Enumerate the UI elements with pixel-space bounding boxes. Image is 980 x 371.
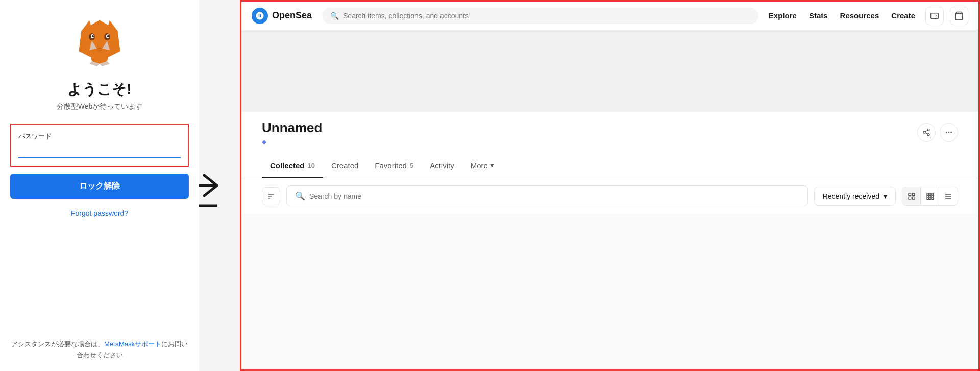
tab-created[interactable]: Created (323, 154, 366, 178)
tab-activity-label: Activity (430, 161, 454, 170)
svg-point-26 (948, 132, 950, 133)
svg-rect-40 (932, 195, 933, 197)
navbar-links: Explore Stats Resources Create (769, 11, 915, 20)
password-label: パスワード (18, 132, 181, 141)
svg-rect-35 (927, 193, 928, 195)
metamask-support-link[interactable]: MetaMaskサポート (104, 340, 161, 348)
svg-point-11 (92, 35, 94, 37)
cart-icon-button[interactable] (950, 7, 968, 25)
svg-line-23 (925, 133, 928, 134)
svg-rect-36 (929, 193, 930, 195)
opensea-logo-icon (252, 8, 268, 24)
sort-label: Recently received (823, 192, 879, 200)
nav-resources[interactable]: Resources (840, 11, 879, 20)
profile-name: Unnamed (262, 120, 322, 136)
filter-button[interactable] (262, 187, 280, 205)
nav-explore[interactable]: Explore (769, 11, 797, 20)
opensea-panel: OpenSea 🔍 Explore Stats Resources Create (240, 0, 980, 371)
metamask-panel: ようこそ! 分散型Webが待っています パスワード ロック解除 Forgot p… (0, 0, 199, 371)
svg-point-12 (107, 35, 109, 37)
profile-section: Unnamed ◆ (241, 112, 978, 153)
svg-rect-39 (929, 195, 930, 197)
more-options-button[interactable] (940, 123, 958, 142)
search-by-name-input[interactable] (309, 192, 799, 200)
opensea-logo-text: OpenSea (272, 10, 312, 21)
tab-activity[interactable]: Activity (422, 154, 462, 178)
navbar-icon-buttons (925, 7, 968, 25)
tab-favorited-label: Favorited (375, 161, 407, 170)
svg-rect-32 (912, 193, 915, 196)
profile-banner (241, 30, 978, 112)
grid-small-view-button[interactable] (939, 187, 958, 205)
svg-point-27 (950, 132, 952, 133)
navbar-search-bar[interactable]: 🔍 (322, 8, 758, 24)
password-input[interactable] (18, 144, 181, 158)
content-area (241, 214, 978, 369)
svg-point-25 (946, 132, 947, 133)
svg-rect-37 (932, 193, 933, 195)
svg-line-24 (925, 130, 928, 132)
search-name-icon: 🔍 (295, 191, 305, 201)
sort-chevron-icon: ▾ (884, 192, 887, 200)
svg-rect-38 (927, 195, 928, 197)
tab-favorited[interactable]: Favorited 5 (366, 154, 422, 178)
profile-info: Unnamed ◆ (262, 120, 322, 145)
forgot-password-link[interactable]: Forgot password? (71, 209, 128, 217)
svg-rect-42 (929, 198, 930, 199)
nav-stats[interactable]: Stats (809, 11, 828, 20)
svg-rect-31 (909, 193, 911, 196)
tab-collected-label: Collected (270, 161, 305, 170)
svg-point-20 (927, 129, 929, 131)
tab-collected[interactable]: Collected 10 (262, 154, 323, 178)
filter-bar: 🔍 Recently received ▾ (241, 178, 978, 214)
tab-collected-count: 10 (308, 161, 315, 169)
tab-created-label: Created (331, 161, 358, 170)
search-icon: 🔍 (330, 12, 339, 20)
subtitle-text: 分散型Webが待っています (57, 102, 143, 111)
opensea-logo[interactable]: OpenSea (252, 8, 312, 24)
help-text-before: アシスタンスが必要な場合は、 (11, 340, 104, 348)
unlock-button[interactable]: ロック解除 (10, 174, 189, 199)
grid-medium-view-button[interactable] (921, 187, 939, 205)
grid-large-view-button[interactable] (902, 187, 921, 205)
tab-more[interactable]: More ▾ (462, 153, 502, 178)
search-by-name-input-container[interactable]: 🔍 (286, 186, 808, 206)
profile-address: ◆ (262, 138, 322, 145)
svg-point-22 (927, 134, 929, 136)
chevron-down-icon: ▾ (490, 160, 494, 170)
navbar-search-input[interactable] (343, 12, 750, 20)
help-text: アシスタンスが必要な場合は、MetaMaskサポートにお問い合わせください (10, 339, 189, 361)
share-button[interactable] (917, 123, 936, 142)
svg-rect-33 (909, 197, 911, 199)
password-section: パスワード (10, 124, 189, 167)
metamask-fox-logo (69, 15, 130, 72)
tab-favorited-count: 5 (410, 161, 413, 169)
svg-rect-43 (932, 198, 933, 199)
nav-create[interactable]: Create (891, 11, 915, 20)
svg-point-21 (923, 131, 925, 133)
wallet-icon-button[interactable] (925, 7, 944, 25)
arrow-container (199, 0, 240, 371)
svg-rect-34 (912, 197, 915, 199)
tab-more-label: More (471, 161, 488, 170)
svg-rect-18 (931, 13, 939, 18)
profile-actions (917, 123, 958, 142)
tabs-container: Collected 10 Created Favorited 5 Activit… (241, 153, 978, 178)
svg-rect-41 (927, 198, 928, 199)
navbar: OpenSea 🔍 Explore Stats Resources Create (241, 2, 978, 30)
view-toggle-group (902, 187, 958, 206)
eth-icon: ◆ (262, 138, 266, 145)
welcome-text: ようこそ! (67, 80, 131, 99)
sort-dropdown[interactable]: Recently received ▾ (814, 187, 896, 206)
